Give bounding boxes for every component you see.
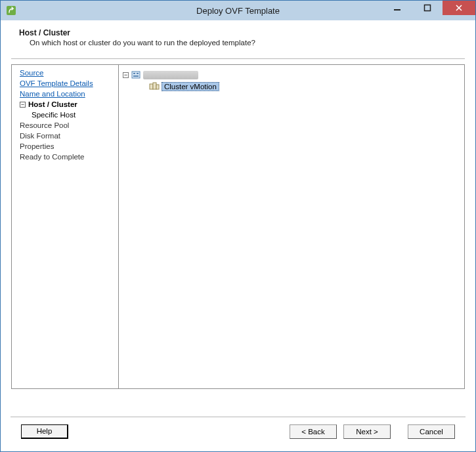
page-title: Host / Cluster — [19, 28, 462, 37]
tree-toggle-root[interactable]: − — [123, 72, 129, 78]
window-controls — [382, 1, 475, 20]
svg-rect-4 — [133, 73, 135, 74]
sidebar-item-resource-pool: Resource Pool — [16, 120, 118, 131]
titlebar: Deploy OVF Template — [1, 1, 475, 20]
vsphere-icon — [6, 5, 16, 16]
datacenter-icon — [131, 70, 141, 80]
svg-rect-0 — [7, 6, 16, 15]
collapse-icon[interactable]: − — [20, 102, 26, 108]
tree-cluster-label[interactable]: Cluster vMotion — [162, 82, 219, 91]
maximize-button[interactable] — [412, 1, 443, 15]
help-button[interactable]: Help — [21, 424, 68, 439]
sidebar-item-label: Host / Cluster — [28, 100, 77, 108]
tree-row-cluster[interactable]: Cluster vMotion — [123, 81, 460, 92]
svg-rect-6 — [133, 75, 139, 77]
cluster-icon — [149, 81, 160, 92]
sidebar-item-source[interactable]: Source — [16, 68, 118, 78]
sidebar-item-specific-host: Specific Host — [16, 110, 118, 120]
svg-rect-9 — [156, 85, 159, 89]
back-button[interactable]: < Back — [290, 424, 337, 439]
cancel-button[interactable]: Cancel — [408, 424, 455, 439]
svg-rect-3 — [132, 72, 140, 78]
main-pane: − Cluster vMotion — [119, 64, 465, 389]
sidebar-item-host-cluster[interactable]: −Host / Cluster — [16, 99, 118, 110]
minimize-button[interactable] — [382, 1, 412, 15]
wizard-steps-sidebar: Source OVF Template Details Name and Loc… — [11, 64, 119, 389]
wizard-footer: Help < Back Next > Cancel — [11, 417, 465, 445]
sidebar-item-properties: Properties — [16, 141, 118, 152]
sidebar-item-disk-format: Disk Format — [16, 131, 118, 141]
sidebar-item-ready: Ready to Complete — [16, 152, 118, 162]
tree-root-label-redacted — [143, 71, 198, 79]
sidebar-item-ovf-details[interactable]: OVF Template Details — [16, 78, 118, 89]
header-separator — [11, 58, 465, 59]
svg-rect-5 — [137, 73, 139, 74]
next-button[interactable]: Next > — [343, 424, 391, 439]
sidebar-item-name-location[interactable]: Name and Location — [16, 89, 118, 99]
wizard-header: Host / Cluster On which host or cluster … — [1, 20, 475, 52]
svg-rect-2 — [425, 5, 431, 11]
content-row: Source OVF Template Details Name and Loc… — [11, 64, 465, 389]
svg-rect-1 — [394, 9, 400, 10]
close-button[interactable] — [443, 1, 475, 15]
page-subtitle: On which host or cluster do you want to … — [30, 39, 462, 47]
tree-row-root[interactable]: − — [123, 69, 460, 81]
svg-rect-8 — [153, 83, 156, 89]
svg-rect-7 — [150, 84, 153, 89]
